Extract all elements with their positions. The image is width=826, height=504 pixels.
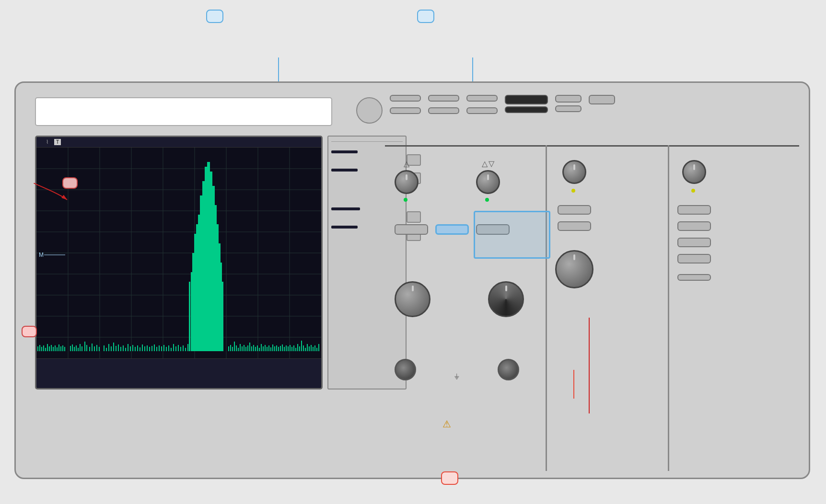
volts-div1-knob[interactable] <box>395 281 430 317</box>
svg-rect-124 <box>272 344 273 351</box>
ch1-menu-button[interactable] <box>395 224 428 235</box>
svg-rect-99 <box>185 348 186 351</box>
cursor2-led <box>485 198 489 202</box>
svg-rect-73 <box>123 345 124 351</box>
svg-rect-114 <box>253 345 254 351</box>
print-area <box>356 97 383 124</box>
svg-rect-50 <box>222 282 223 351</box>
bnc-row: ⏚ <box>395 356 519 380</box>
math-panel-title <box>331 139 403 142</box>
svg-rect-144 <box>311 345 312 351</box>
print-button[interactable] <box>356 97 383 124</box>
horiz-position-knob[interactable] <box>562 160 586 184</box>
svg-rect-44 <box>210 172 212 351</box>
svg-rect-80 <box>140 347 140 351</box>
cursor-button[interactable] <box>428 107 459 114</box>
volts-div2-knob[interactable] <box>488 281 524 317</box>
svg-rect-135 <box>293 345 294 351</box>
save-recall-button[interactable] <box>390 95 421 102</box>
svg-rect-97 <box>180 347 181 351</box>
svg-rect-19 <box>37 346 38 351</box>
ch2-position-knob[interactable] <box>476 170 500 194</box>
svg-rect-66 <box>106 348 107 351</box>
up-arrow-2: △ <box>482 159 488 168</box>
svg-rect-130 <box>284 347 285 351</box>
display-button[interactable] <box>466 107 498 114</box>
run-stop-button[interactable] <box>589 95 615 104</box>
fft-svg: M <box>36 148 321 358</box>
svg-rect-63 <box>96 345 97 351</box>
default-setup-button[interactable] <box>505 106 548 113</box>
ch2-bnc[interactable] <box>498 359 519 380</box>
svg-rect-26 <box>51 345 52 351</box>
svg-rect-37 <box>194 234 196 351</box>
svg-rect-112 <box>249 343 250 351</box>
help-button[interactable] <box>505 95 548 104</box>
svg-rect-126 <box>276 345 277 351</box>
trig-set-to-zero-button[interactable] <box>677 221 711 231</box>
svg-text:M: M <box>39 252 44 258</box>
user-select-led <box>691 189 695 193</box>
svg-rect-141 <box>305 348 306 351</box>
operation-row <box>331 147 403 155</box>
svg-rect-59 <box>86 345 87 351</box>
svg-rect-61 <box>92 344 93 351</box>
force-trig-button[interactable] <box>677 238 711 247</box>
sec-div-knob[interactable] <box>555 250 593 288</box>
math-menu-button[interactable] <box>435 224 469 235</box>
single-seq-button[interactable] <box>555 105 582 112</box>
sec-div-red-line <box>589 318 590 413</box>
window-select-btn[interactable] <box>407 211 421 223</box>
auto-set-button[interactable] <box>555 95 582 103</box>
svg-rect-89 <box>161 346 162 351</box>
position-knobs-row: △ △ ▽ <box>395 157 500 202</box>
measure-button[interactable] <box>428 95 459 102</box>
svg-rect-43 <box>207 162 210 351</box>
v-divider-1 <box>546 145 547 471</box>
math-tooltip <box>417 10 434 23</box>
grid-annotation <box>22 326 37 337</box>
svg-rect-84 <box>149 347 150 351</box>
svg-rect-40 <box>200 195 202 351</box>
sampling-tooltip <box>441 471 458 485</box>
svg-rect-118 <box>261 344 262 351</box>
svg-rect-34 <box>189 282 190 351</box>
svg-rect-115 <box>255 347 256 351</box>
volts-div-row <box>395 279 524 317</box>
svg-rect-81 <box>142 344 143 351</box>
horiz-menu-button[interactable] <box>558 205 591 215</box>
svg-rect-90 <box>163 345 164 351</box>
svg-rect-95 <box>175 346 176 351</box>
trigger-level-knob[interactable] <box>682 160 706 184</box>
oscilloscope-panel: ⌇ T <box>14 81 810 479</box>
svg-rect-145 <box>313 347 314 351</box>
svg-rect-68 <box>111 346 112 351</box>
svg-rect-56 <box>80 344 81 351</box>
trig-menu-button[interactable] <box>677 205 711 215</box>
utility-button[interactable] <box>390 107 421 114</box>
svg-rect-54 <box>76 345 77 351</box>
svg-rect-30 <box>58 344 59 351</box>
svg-rect-21 <box>41 347 42 351</box>
ch1-bnc[interactable] <box>395 359 416 380</box>
set-to-zero-button[interactable] <box>558 221 591 231</box>
probe-check-button[interactable] <box>677 274 711 281</box>
svg-rect-39 <box>198 215 200 351</box>
svg-rect-27 <box>53 347 54 351</box>
svg-rect-142 <box>307 344 308 351</box>
svg-rect-79 <box>137 345 138 351</box>
peak-arrow <box>34 183 72 202</box>
ch1-position-knob[interactable] <box>395 170 419 194</box>
svg-rect-48 <box>219 243 221 351</box>
svg-rect-129 <box>282 344 283 351</box>
svg-rect-28 <box>55 345 56 351</box>
svg-rect-102 <box>230 345 231 351</box>
svg-rect-127 <box>278 347 279 351</box>
acquire-button[interactable] <box>466 95 498 102</box>
svg-rect-62 <box>94 346 95 351</box>
svg-rect-101 <box>228 346 229 351</box>
svg-rect-111 <box>247 345 248 351</box>
trig-view-button[interactable] <box>677 254 711 263</box>
svg-rect-146 <box>314 345 315 351</box>
svg-rect-69 <box>113 343 114 351</box>
